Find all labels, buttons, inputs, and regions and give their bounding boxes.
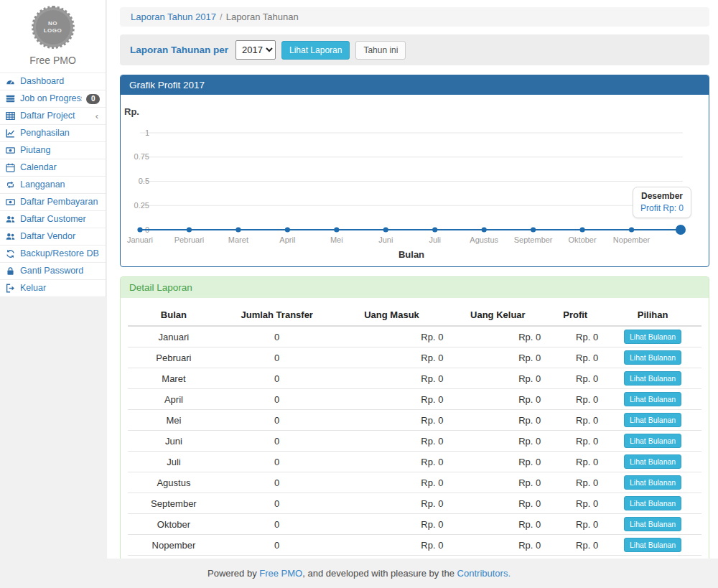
page-footer: Powered by Free PMO, and developed with … — [0, 559, 718, 588]
cell-bulan: April — [128, 389, 220, 410]
cell-uang-masuk: Rp. 0 — [335, 514, 449, 535]
sidebar-item-dashboard[interactable]: Dashboard — [0, 73, 106, 90]
table-row: Agustus0Rp. 0Rp. 0Rp. 0Lihat Bulanan — [128, 472, 701, 493]
lihat-laporan-button[interactable]: Lihat Laporan — [281, 41, 350, 60]
main-content: Laporan Tahun 2017/Laporan Tahunan Lapor… — [107, 0, 718, 588]
sidebar-item-daftar-customer[interactable]: Daftar Customer — [0, 211, 106, 228]
lihat-bulanan-button[interactable]: Lihat Bulanan — [624, 475, 681, 490]
pilihan-cell: Lihat Bulanan — [604, 368, 701, 389]
cell-profit: Rp. 0 — [546, 326, 604, 347]
tahun-ini-button[interactable]: Tahun ini — [355, 41, 406, 60]
svg-text:Mei: Mei — [330, 235, 343, 244]
tasks-icon — [5, 94, 16, 103]
sidebar-item-label: Ganti Password — [20, 266, 100, 276]
lihat-bulanan-button[interactable]: Lihat Bulanan — [624, 538, 681, 552]
users-icon — [5, 232, 16, 241]
svg-text:0.25: 0.25 — [134, 201, 149, 210]
sidebar-item-ganti-password[interactable]: Ganti Password — [0, 263, 106, 280]
no-logo-badge: NOLOGO — [33, 7, 73, 47]
cell-profit: Rp. 0 — [546, 347, 604, 368]
year-select[interactable]: 2017 — [236, 40, 276, 60]
table-row: Pebruari0Rp. 0Rp. 0Rp. 0Lihat Bulanan — [128, 347, 701, 368]
cell-jumlah-transfer: 0 — [220, 326, 335, 347]
lihat-bulanan-button[interactable]: Lihat Bulanan — [624, 517, 681, 531]
chart-panel-title: Grafik Profit 2017 — [121, 75, 709, 95]
sidebar-item-daftar-vendor[interactable]: Daftar Vendor — [0, 228, 106, 246]
cell-profit: Rp. 0 — [546, 535, 604, 556]
lihat-bulanan-button[interactable]: Lihat Bulanan — [624, 392, 681, 406]
cell-uang-keluar: Rp. 0 — [449, 410, 546, 431]
cell-uang-keluar: Rp. 0 — [449, 326, 546, 347]
pilihan-cell: Lihat Bulanan — [604, 326, 701, 347]
cell-uang-keluar: Rp. 0 — [449, 368, 546, 389]
lihat-bulanan-button[interactable]: Lihat Bulanan — [624, 371, 681, 386]
sidebar-item-keluar[interactable]: Keluar — [0, 280, 106, 297]
sidebar-item-langganan[interactable]: Langganan — [0, 177, 106, 194]
lihat-bulanan-button[interactable]: Lihat Bulanan — [624, 350, 681, 365]
cell-uang-masuk: Rp. 0 — [335, 410, 449, 431]
lihat-bulanan-button[interactable]: Lihat Bulanan — [624, 330, 681, 344]
col-header-uang-keluar: Uang Keluar — [449, 304, 546, 326]
table-icon — [5, 111, 16, 121]
profit-line-chart: Rp.00.250.50.751JanuariPebruariMaretApri… — [121, 95, 709, 266]
cell-profit: Rp. 0 — [546, 389, 604, 410]
brand-name: Free PMO — [0, 47, 106, 73]
cell-uang-keluar: Rp. 0 — [449, 431, 546, 452]
cell-bulan: September — [128, 493, 220, 514]
cell-uang-keluar: Rp. 0 — [449, 514, 546, 535]
sidebar-item-job-on-progress[interactable]: Job on Progress0 — [0, 90, 106, 108]
svg-text:Juli: Juli — [429, 235, 441, 244]
col-header-pilihan: Pilihan — [604, 304, 701, 326]
sidebar-item-penghasilan[interactable]: Penghasilan — [0, 125, 106, 142]
cell-uang-masuk: Rp. 0 — [335, 535, 449, 556]
pilihan-cell: Lihat Bulanan — [604, 472, 701, 493]
lihat-bulanan-button[interactable]: Lihat Bulanan — [624, 496, 681, 510]
tooltip-value: Profit Rp: 0 — [640, 203, 684, 213]
cell-jumlah-transfer: 0 — [220, 493, 335, 514]
lihat-bulanan-button[interactable]: Lihat Bulanan — [624, 434, 681, 448]
table-row: Mei0Rp. 0Rp. 0Rp. 0Lihat Bulanan — [128, 410, 701, 431]
sidebar-item-label: Daftar Customer — [20, 214, 100, 225]
pilihan-cell: Lihat Bulanan — [604, 410, 701, 431]
table-row: Januari0Rp. 0Rp. 0Rp. 0Lihat Bulanan — [128, 326, 701, 347]
cell-uang-masuk: Rp. 0 — [335, 452, 449, 472]
pilihan-cell: Lihat Bulanan — [604, 493, 701, 514]
footer-link-contributors[interactable]: Contributors. — [457, 568, 510, 579]
svg-text:September: September — [514, 235, 553, 244]
sidebar-item-label: Keluar — [20, 283, 100, 294]
table-row: Maret0Rp. 0Rp. 0Rp. 0Lihat Bulanan — [128, 368, 701, 389]
breadcrumb-link[interactable]: Laporan Tahun 2017 — [131, 11, 216, 22]
svg-text:0.75: 0.75 — [134, 152, 149, 161]
cell-profit: Rp. 0 — [546, 431, 604, 452]
cell-bulan: Mei — [128, 410, 220, 431]
lihat-bulanan-button[interactable]: Lihat Bulanan — [624, 454, 681, 469]
report-table-wrap: BulanJumlah TransferUang MasukUang Kelua… — [121, 298, 709, 588]
cell-profit: Rp. 0 — [546, 472, 604, 493]
sidebar-item-backup-restore-db[interactable]: Backup/Restore DB — [0, 246, 106, 263]
sidebar-item-daftar-pembayaran[interactable]: Daftar Pembayaran — [0, 194, 106, 211]
chart-tooltip: Desember Profit Rp: 0 — [633, 187, 691, 218]
sidebar-item-piutang[interactable]: Piutang — [0, 142, 106, 159]
col-header-bulan: Bulan — [128, 304, 220, 326]
pilihan-cell: Lihat Bulanan — [604, 514, 701, 535]
table-row: Oktober0Rp. 0Rp. 0Rp. 0Lihat Bulanan — [128, 514, 701, 535]
table-row: Juli0Rp. 0Rp. 0Rp. 0Lihat Bulanan — [128, 452, 701, 472]
refresh-icon — [5, 249, 16, 258]
cell-profit: Rp. 0 — [546, 493, 604, 514]
col-header-jumlah-transfer: Jumlah Transfer — [220, 304, 335, 326]
svg-text:0.5: 0.5 — [139, 177, 149, 185]
footer-link-freepmo[interactable]: Free PMO — [259, 568, 302, 579]
report-table: BulanJumlah TransferUang MasukUang Kelua… — [128, 304, 701, 588]
report-filter-bar: Laporan Tahunan per 2017 Lihat Laporan T… — [120, 34, 709, 65]
cell-jumlah-transfer: 0 — [220, 472, 335, 493]
cell-profit: Rp. 0 — [546, 410, 604, 431]
svg-text:1: 1 — [145, 129, 149, 137]
sidebar-item-daftar-project[interactable]: Daftar Project‹ — [0, 108, 106, 125]
logo-area: NOLOGO — [0, 0, 106, 47]
cell-bulan: Maret — [128, 368, 220, 389]
sidebar-item-label: Daftar Project — [20, 111, 91, 121]
sidebar-item-calendar[interactable]: Calendar — [0, 159, 106, 177]
lihat-bulanan-button[interactable]: Lihat Bulanan — [624, 413, 681, 427]
cell-uang-masuk: Rp. 0 — [335, 493, 449, 514]
pilihan-cell: Lihat Bulanan — [604, 431, 701, 452]
